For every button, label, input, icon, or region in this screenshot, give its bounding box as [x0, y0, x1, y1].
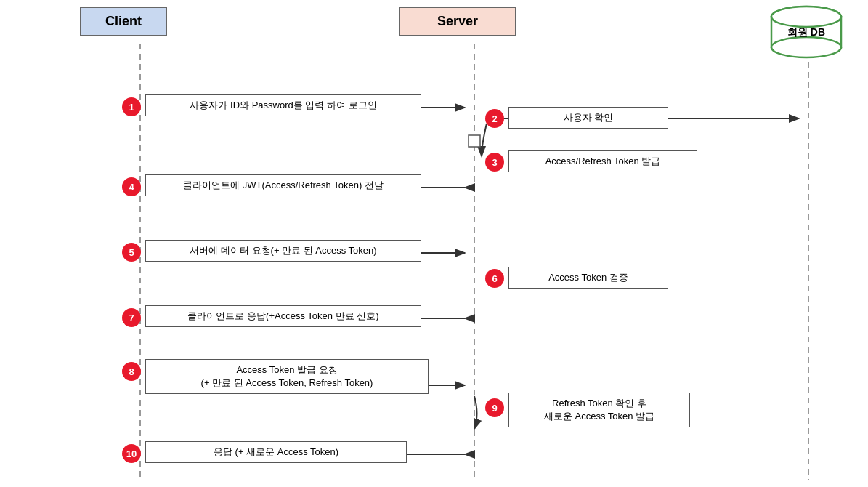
diagram: Client Server 회원 DB 1 사용자가 ID와 Password를…: [0, 0, 868, 487]
step-5-box: 서버에 데이터 요청(+ 만료 된 Access Token): [145, 240, 421, 262]
svg-rect-10: [469, 135, 480, 147]
step-8-box: Access Token 발급 요청(+ 만료 된 Access Token, …: [145, 359, 429, 394]
step-1-box: 사용자가 ID와 Password를 입력 하여 로그인: [145, 94, 421, 116]
client-header: Client: [80, 7, 167, 36]
server-header: Server: [399, 7, 516, 36]
step-9-box: Refresh Token 확인 후새로운 Access Token 발급: [508, 393, 690, 427]
step-2-box: 사용자 확인: [508, 107, 668, 129]
svg-point-13: [771, 37, 841, 57]
server-label: Server: [399, 7, 516, 36]
svg-text:회원 DB: 회원 DB: [787, 26, 825, 38]
db-icon: 회원 DB: [766, 4, 846, 64]
step-circle-10: 10: [122, 444, 141, 463]
step-10-box: 응답 (+ 새로운 Access Token): [145, 441, 407, 463]
step-circle-8: 8: [122, 362, 141, 381]
step-3-box: Access/Refresh Token 발급: [508, 150, 697, 172]
step-7-box: 클라이언트로 응답(+Access Token 만료 신호): [145, 305, 421, 327]
client-label: Client: [80, 7, 167, 36]
step-circle-4: 4: [122, 177, 141, 196]
step-circle-3: 3: [485, 153, 504, 172]
step-circle-9: 9: [485, 398, 504, 417]
step-circle-2: 2: [485, 109, 504, 128]
step-circle-5: 5: [122, 243, 141, 262]
step-circle-6: 6: [485, 269, 504, 288]
step-6-box: Access Token 검증: [508, 267, 668, 289]
step-circle-7: 7: [122, 308, 141, 327]
svg-point-14: [771, 7, 841, 27]
step-circle-1: 1: [122, 97, 141, 116]
step-4-box: 클라이언트에 JWT(Access/Refresh Token) 전달: [145, 174, 421, 196]
